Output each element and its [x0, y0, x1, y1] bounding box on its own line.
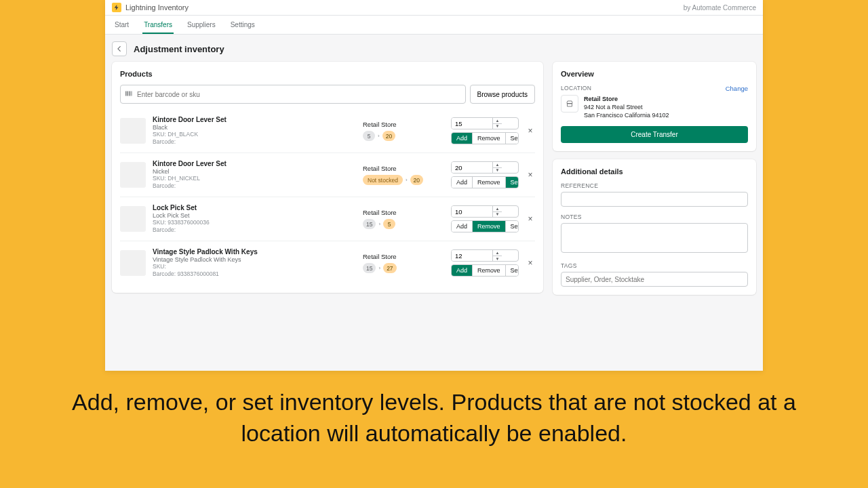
tags-input[interactable]	[561, 272, 748, 287]
stepper-down-icon[interactable]: ▼	[493, 124, 502, 129]
stepper-down-icon[interactable]: ▼	[493, 168, 502, 174]
notes-input[interactable]	[561, 223, 748, 253]
product-sku: SKU: DH_NICKEL	[153, 175, 356, 182]
product-barcode: Barcode: 9338376000081	[153, 270, 356, 278]
remove-button[interactable]: Remove	[472, 265, 505, 276]
tab-start[interactable]: Start	[113, 16, 130, 34]
browse-products-button[interactable]: Browse products	[470, 85, 535, 104]
product-sku: SKU: DH_BLACK	[153, 131, 356, 138]
create-transfer-button[interactable]: Create Transfer	[561, 126, 748, 143]
products-card: Products Browse products Kintore Door Le…	[112, 62, 543, 293]
remove-button[interactable]: Remove	[472, 177, 505, 188]
quantity-input[interactable]	[452, 206, 492, 217]
tab-settings[interactable]: Settings	[229, 16, 256, 34]
overview-heading: Overview	[561, 70, 748, 78]
to-qty-badge: 20	[382, 131, 395, 141]
add-button[interactable]: Add	[452, 221, 472, 232]
barcode-icon	[125, 88, 133, 100]
product-row: Kintore Door Lever Set Nickel SKU: DH_NI…	[120, 152, 535, 197]
nav-tabs: StartTransfersSuppliersSettings	[105, 16, 763, 35]
tags-label: TAGS	[561, 262, 748, 269]
product-title: Kintore Door Lever Set	[153, 116, 356, 124]
action-group: Add Remove Set	[451, 176, 519, 188]
chevron-right-icon: ›	[378, 265, 380, 271]
set-button[interactable]: Set	[505, 133, 519, 144]
action-group: Add Remove Set	[451, 264, 519, 277]
stepper-up-icon[interactable]: ▲	[493, 118, 502, 124]
product-row: Vintage Style Padlock With Keys Vintage …	[120, 241, 535, 285]
action-group: Add Remove Set	[451, 220, 519, 232]
to-qty-badge: 27	[383, 263, 396, 273]
add-button[interactable]: Add	[452, 177, 472, 188]
stepper-down-icon[interactable]: ▼	[493, 212, 502, 218]
tab-suppliers[interactable]: Suppliers	[186, 16, 217, 34]
stepper-down-icon[interactable]: ▼	[493, 256, 502, 262]
action-group: Add Remove Set	[451, 132, 519, 144]
location-block: Retail Store 942 Not a Real Street San F…	[561, 95, 748, 119]
stepper-up-icon[interactable]: ▲	[493, 250, 502, 256]
to-qty-badge: 5	[383, 219, 395, 229]
marketing-caption: Add, remove, or set inventory levels. Pr…	[0, 371, 868, 449]
reference-label: REFERENCE	[561, 182, 748, 189]
app-header: Lightning Inventory by Automate Commerce	[105, 0, 763, 16]
location-line1: 942 Not a Real Street	[584, 103, 669, 111]
product-variant: Lock Pick Set	[153, 212, 356, 219]
product-sku: SKU:	[153, 263, 356, 270]
product-thumbnail	[120, 206, 146, 232]
store-label: Retail Store	[363, 209, 444, 216]
to-qty-badge: 20	[410, 175, 423, 185]
location-name: Retail Store	[584, 95, 669, 103]
search-input[interactable]	[137, 91, 461, 98]
quantity-stepper[interactable]: ▲ ▼	[451, 205, 519, 218]
product-barcode: Barcode:	[153, 182, 356, 190]
add-button[interactable]: Add	[452, 133, 472, 144]
product-variant: Black	[153, 124, 356, 131]
product-variant: Vintage Style Padlock With Keys	[153, 256, 356, 263]
store-label: Retail Store	[363, 165, 444, 172]
tab-transfers[interactable]: Transfers	[142, 16, 174, 34]
stepper-up-icon[interactable]: ▲	[493, 206, 502, 212]
stepper-up-icon[interactable]: ▲	[493, 162, 502, 168]
from-qty-badge: 5	[363, 131, 375, 141]
chevron-right-icon: ›	[406, 177, 408, 183]
product-sku: SKU: 9338376000036	[153, 219, 356, 226]
remove-button[interactable]: Remove	[472, 133, 505, 144]
product-barcode: Barcode:	[153, 226, 356, 234]
app-brand: Lightning Inventory	[112, 3, 189, 12]
add-button[interactable]: Add	[452, 265, 472, 276]
set-button[interactable]: Set	[505, 177, 519, 188]
quantity-input[interactable]	[452, 118, 492, 129]
set-button[interactable]: Set	[505, 265, 519, 276]
overview-card: Overview LOCATION Change Retail Store 94…	[553, 62, 756, 151]
quantity-stepper[interactable]: ▲ ▼	[451, 117, 519, 129]
quantity-stepper[interactable]: ▲ ▼	[451, 249, 519, 262]
not-stocked-badge: Not stocked	[363, 175, 403, 185]
products-heading: Products	[120, 70, 535, 78]
back-button[interactable]	[112, 41, 127, 56]
product-row: Lock Pick Set Lock Pick Set SKU: 9338376…	[120, 197, 535, 241]
product-thumbnail	[120, 162, 146, 188]
remove-row-button[interactable]: ×	[526, 170, 535, 180]
quantity-input[interactable]	[452, 250, 492, 261]
product-thumbnail	[120, 118, 146, 144]
product-variant: Nickel	[153, 168, 356, 175]
remove-row-button[interactable]: ×	[526, 126, 535, 136]
product-thumbnail	[120, 250, 146, 276]
store-label: Retail Store	[363, 253, 444, 260]
change-location-link[interactable]: Change	[726, 85, 748, 92]
from-qty-badge: 15	[363, 219, 376, 229]
product-title: Lock Pick Set	[153, 204, 356, 212]
app-name: Lightning Inventory	[125, 3, 189, 12]
search-input-wrapper[interactable]	[120, 85, 466, 104]
quantity-stepper[interactable]: ▲ ▼	[451, 161, 519, 174]
quantity-input[interactable]	[452, 162, 492, 173]
remove-row-button[interactable]: ×	[526, 214, 535, 224]
remove-button[interactable]: Remove	[472, 221, 505, 232]
store-icon	[561, 95, 578, 113]
reference-input[interactable]	[561, 192, 748, 207]
page-title: Adjustment inventory	[134, 44, 224, 54]
set-button[interactable]: Set	[505, 221, 519, 232]
chevron-right-icon: ›	[378, 133, 380, 139]
remove-row-button[interactable]: ×	[526, 258, 535, 268]
chevron-right-icon: ›	[378, 221, 380, 227]
